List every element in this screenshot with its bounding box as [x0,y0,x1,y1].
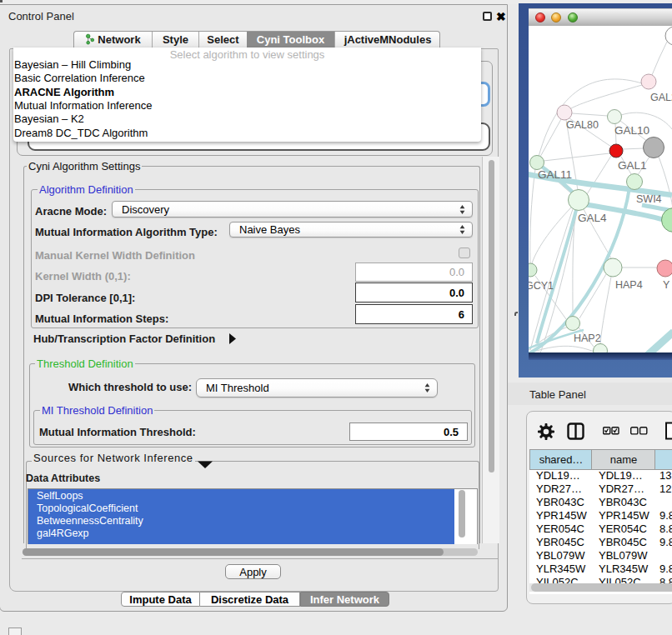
svg-text:HAP4: HAP4 [615,279,643,291]
svg-text:GAL11: GAL11 [538,168,572,181]
svg-text:GAL10: GAL10 [614,124,649,137]
svg-text:GAL80: GAL80 [566,119,599,131]
svg-text:GAL1: GAL1 [618,159,647,172]
svg-text:GAL4: GAL4 [578,212,607,224]
svg-text:GCY1: GCY1 [529,280,554,292]
svg-text:GAL2: GAL2 [650,92,672,103]
svg-text:HAP2: HAP2 [574,332,601,344]
svg-text:Y: Y [663,279,670,291]
svg-text:SWI4: SWI4 [636,193,662,205]
